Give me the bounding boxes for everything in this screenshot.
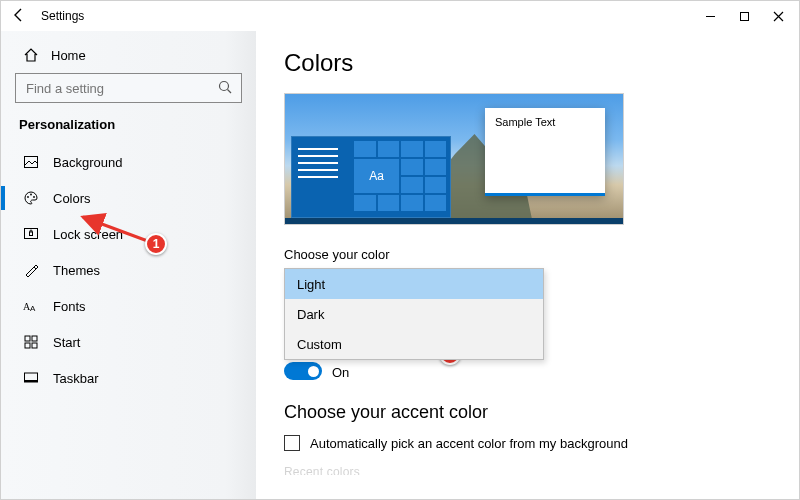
sidebar-item-label: Themes bbox=[53, 263, 100, 278]
sidebar-item-start[interactable]: Start bbox=[1, 324, 256, 360]
search-input[interactable] bbox=[24, 80, 217, 97]
sidebar-item-fonts[interactable]: AA Fonts bbox=[1, 288, 256, 324]
maximize-button[interactable] bbox=[727, 3, 761, 29]
checkbox-icon[interactable] bbox=[284, 435, 300, 451]
preview-sample-window: Sample Text bbox=[485, 108, 605, 196]
svg-point-7 bbox=[33, 196, 35, 198]
taskbar-icon bbox=[23, 370, 39, 386]
auto-pick-accent-label: Automatically pick an accent color from … bbox=[310, 436, 628, 451]
color-preview: Aa Sample Text bbox=[284, 93, 624, 225]
sidebar-item-background[interactable]: Background bbox=[1, 144, 256, 180]
sidebar-item-themes[interactable]: Themes bbox=[1, 252, 256, 288]
sidebar-section-title: Personalization bbox=[1, 117, 256, 144]
sidebar-item-label: Lock screen bbox=[53, 227, 123, 242]
svg-rect-15 bbox=[32, 343, 37, 348]
toggle-state-label: On bbox=[332, 365, 349, 380]
search-box[interactable] bbox=[15, 73, 242, 103]
svg-rect-9 bbox=[30, 232, 33, 236]
svg-point-5 bbox=[27, 196, 29, 198]
close-button[interactable] bbox=[761, 3, 795, 29]
sidebar-home-label: Home bbox=[51, 48, 86, 63]
sidebar-item-label: Taskbar bbox=[53, 371, 99, 386]
lock-screen-icon bbox=[23, 226, 39, 242]
minimize-button[interactable] bbox=[693, 3, 727, 29]
recent-colors-label-cutoff: Recent colors bbox=[284, 465, 771, 475]
preview-sample-text: Sample Text bbox=[495, 116, 555, 128]
start-icon bbox=[23, 334, 39, 350]
search-icon bbox=[217, 79, 233, 98]
svg-point-6 bbox=[30, 194, 32, 196]
sidebar-item-label: Start bbox=[53, 335, 80, 350]
palette-icon bbox=[23, 190, 39, 206]
sidebar-item-label: Colors bbox=[53, 191, 91, 206]
preview-tile-aa: Aa bbox=[354, 159, 399, 193]
sidebar-nav: Background Colors Lock screen Themes AA … bbox=[1, 144, 256, 396]
toggle-switch[interactable] bbox=[284, 362, 322, 380]
themes-icon bbox=[23, 262, 39, 278]
svg-point-2 bbox=[220, 81, 229, 90]
choose-color-label: Choose your color bbox=[284, 247, 771, 262]
page-title: Colors bbox=[284, 49, 771, 77]
home-icon bbox=[23, 47, 39, 63]
sidebar-item-taskbar[interactable]: Taskbar bbox=[1, 360, 256, 396]
svg-rect-13 bbox=[32, 336, 37, 341]
choose-color-dropdown[interactable]: Light Dark Custom bbox=[284, 268, 544, 360]
color-option-custom[interactable]: Custom bbox=[285, 329, 543, 359]
picture-icon bbox=[23, 154, 39, 170]
sidebar-item-colors[interactable]: Colors bbox=[1, 180, 256, 216]
sidebar-home[interactable]: Home bbox=[1, 41, 256, 73]
svg-rect-14 bbox=[25, 343, 30, 348]
svg-line-3 bbox=[228, 89, 232, 93]
back-button[interactable] bbox=[5, 7, 33, 26]
svg-rect-17 bbox=[25, 380, 38, 382]
color-option-dark[interactable]: Dark bbox=[285, 299, 543, 329]
fonts-icon: AA bbox=[23, 298, 39, 314]
preview-start-panel: Aa bbox=[291, 136, 451, 218]
content-pane: Colors Aa Sample Text bbox=[256, 31, 799, 499]
sidebar: Home Personalization Background C bbox=[1, 31, 256, 499]
sidebar-item-lock-screen[interactable]: Lock screen bbox=[1, 216, 256, 252]
title-bar: Settings bbox=[1, 1, 799, 31]
svg-rect-12 bbox=[25, 336, 30, 341]
sidebar-item-label: Background bbox=[53, 155, 122, 170]
svg-text:A: A bbox=[30, 304, 36, 313]
sidebar-item-label: Fonts bbox=[53, 299, 86, 314]
color-option-light[interactable]: Light bbox=[285, 269, 543, 299]
accent-section-title: Choose your accent color bbox=[284, 402, 771, 423]
auto-pick-accent-row[interactable]: Automatically pick an accent color from … bbox=[284, 435, 771, 451]
svg-rect-1 bbox=[740, 12, 748, 20]
window-title: Settings bbox=[41, 9, 84, 23]
